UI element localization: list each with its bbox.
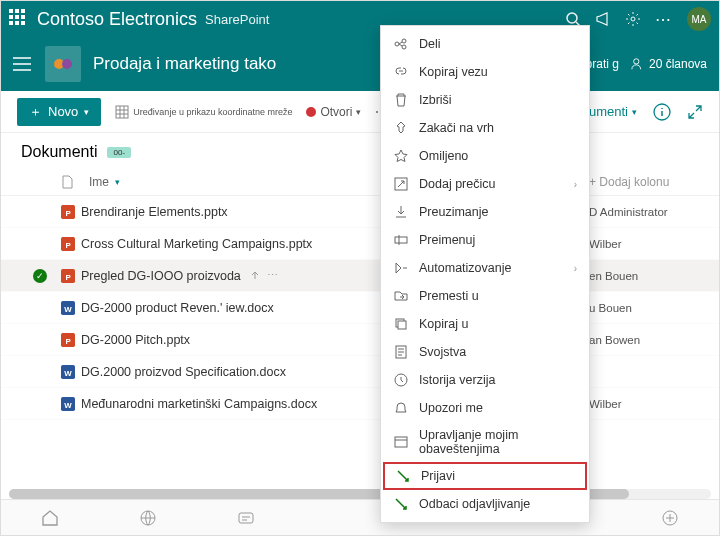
chevron-right-icon: › [574,179,577,190]
menu-item-checkin[interactable]: Prijavi [383,462,587,490]
library-title: Dokumenti 00- [1,133,719,171]
menu-item-label: Omiljeno [419,149,468,163]
avatar[interactable]: MA [687,7,711,31]
copy-icon [393,316,409,332]
row-actions[interactable]: ⋯ [249,269,278,282]
table-row[interactable]: WDG.2000 proizvod Specification.docx [1,356,719,388]
modified-by: Wilber [589,238,699,250]
table-row[interactable]: ✓PPregled DG-IOOO proizvoda ⋯en Bouen [1,260,719,292]
move-icon [393,288,409,304]
history-icon [393,372,409,388]
news-icon[interactable] [237,509,255,527]
share-icon [393,36,409,52]
members-count[interactable]: 20 članova [649,57,707,71]
context-menu: DeliKopiraj vezuIzbrišiZakači na vrhOmil… [380,25,590,523]
menu-item-copy[interactable]: Kopiraj u [381,310,589,338]
menu-item-link[interactable]: Kopiraj vezu [381,58,589,86]
svg-point-0 [567,13,577,23]
table-row[interactable]: PBrendiranje Elements.pptxD Administrato… [1,196,719,228]
table-row[interactable]: PCross Cultural Marketing Campaigns.pptx… [1,228,719,260]
app-launcher-icon[interactable] [9,9,29,29]
modified-by: Wilber [589,398,699,410]
svg-text:W: W [64,304,72,313]
file-type-icon: W [55,301,81,315]
globe-icon[interactable] [139,509,157,527]
suite-bar: Contoso Electronics SharePoint ⋯ MA [1,1,719,37]
row-check[interactable]: ✓ [25,269,55,283]
menu-item-discard[interactable]: Odbaci odjavljivanje [381,490,589,518]
svg-text:W: W [64,368,72,377]
menu-item-label: Izbriši [419,93,452,107]
table-row[interactable]: PDG-2000 Pitch.pptxan Bowen [1,324,719,356]
alert-icon [393,400,409,416]
menu-item-manage[interactable]: Upravljanje mojim obaveštenjima [381,422,589,462]
expand-icon[interactable] [687,104,703,120]
menu-item-shortcut[interactable]: Dodaj prečicu› [381,170,589,198]
app-label: SharePoint [205,12,269,27]
menu-item-label: Istorija verzija [419,373,495,387]
menu-item-label: Kopiraj u [419,317,468,331]
menu-item-label: Preuzimanje [419,205,488,219]
table-row[interactable]: WMeđunarodni marketinški Campaigns.docxW… [1,388,719,420]
chevron-right-icon: › [574,263,577,274]
menu-item-pin[interactable]: Zakači na vrh [381,114,589,142]
modified-by: en Bouen [589,270,699,282]
open-button[interactable]: Otvori▾ [306,105,361,119]
col-type-icon[interactable] [61,175,89,189]
edit-grid-button[interactable]: Uređivanje u prikazu koordinatne mreže [115,105,292,119]
settings-icon[interactable] [625,11,641,27]
megaphone-icon[interactable] [595,11,611,27]
download-icon [393,204,409,220]
modified-by: u Bouen [589,302,699,314]
shortcut-icon [393,176,409,192]
more-icon[interactable]: ⋯ [655,10,673,29]
svg-rect-23 [395,237,407,243]
svg-rect-28 [395,437,407,447]
svg-rect-30 [239,513,253,523]
col-add[interactable]: + Dodaj kolonu [589,175,699,189]
svg-text:P: P [65,240,70,249]
menu-item-props[interactable]: Svojstva [381,338,589,366]
info-icon[interactable] [653,103,671,121]
menu-item-move[interactable]: Premesti u [381,282,589,310]
menu-item-label: Upozori me [419,401,483,415]
file-type-icon: P [55,237,81,251]
menu-item-label: Dodaj prečicu [419,177,495,191]
bottom-nav [1,499,719,535]
menu-item-download[interactable]: Preuzimanje [381,198,589,226]
menu-item-history[interactable]: Istorija verzija [381,366,589,394]
menu-item-star[interactable]: Omiljeno [381,142,589,170]
svg-text:P: P [65,336,70,345]
site-title[interactable]: Prodaja i marketing tako [93,54,276,74]
menu-item-share[interactable]: Deli [381,30,589,58]
flow-icon [393,260,409,276]
svg-point-4 [62,59,72,69]
add-icon[interactable] [661,509,679,527]
menu-item-rename[interactable]: Preimenuj [381,226,589,254]
file-list: PBrendiranje Elements.pptxD Administrato… [1,196,719,420]
file-type-icon: P [55,269,81,283]
new-button[interactable]: ＋Novo▾ [17,98,101,126]
svg-rect-25 [398,321,406,329]
menu-item-label: Prijavi [421,469,455,483]
menu-item-trash[interactable]: Izbriši [381,86,589,114]
props-icon [393,344,409,360]
members-icon[interactable] [631,57,645,71]
menu-item-label: Deli [419,37,441,51]
home-icon[interactable] [41,509,59,527]
file-type-icon: W [55,397,81,411]
modified-by: D Administrator [589,206,699,218]
table-row[interactable]: WDG-2000 product Reven.' iew.docxu Bouen [1,292,719,324]
svg-rect-6 [116,106,128,118]
menu-item-flow[interactable]: Automatizovanje› [381,254,589,282]
svg-point-2 [631,17,635,21]
file-type-icon: W [55,365,81,379]
menu-item-alert[interactable]: Upozori me [381,394,589,422]
pin-icon [393,120,409,136]
svg-text:P: P [65,272,70,281]
hamburger-icon[interactable] [13,57,31,71]
link-icon [393,64,409,80]
menu-item-label: Svojstva [419,345,466,359]
site-logo[interactable] [45,46,81,82]
scrollbar-horizontal[interactable] [9,489,711,499]
